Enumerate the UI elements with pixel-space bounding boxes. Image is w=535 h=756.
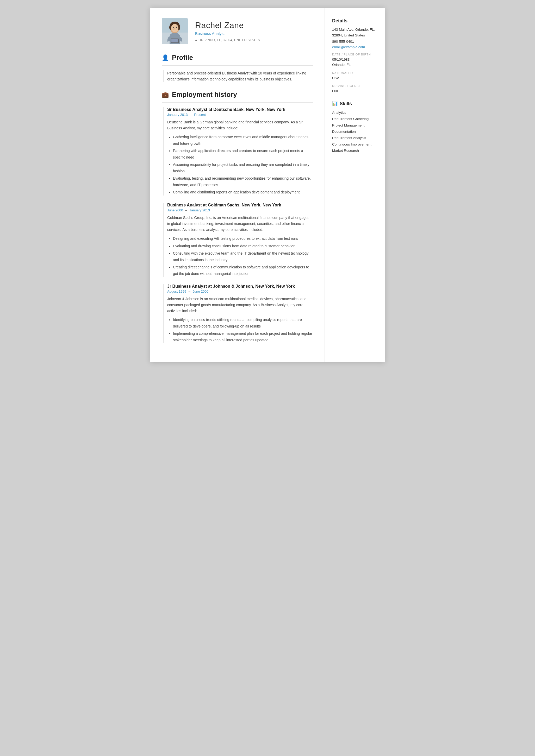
profile-icon: 👤: [162, 54, 169, 61]
job-1: Business Analyst at Goldman Sachs, New Y…: [162, 203, 313, 277]
job-title-2: Jr Business Analyst at Johnson & Johnson…: [167, 284, 313, 289]
job-bullet-0-3: Evaluating, testing, and recommending ne…: [173, 175, 313, 188]
details-title: Details: [332, 18, 379, 24]
skills-title: Skills: [340, 101, 352, 106]
job-bullet-0-2: Assuming responsibility for project task…: [173, 161, 313, 174]
nationality-value: USA: [332, 75, 379, 81]
details-section: Details 143 Main Ave, Orlando, FL, 32804…: [332, 18, 379, 94]
driving-label: DRIVING LICENSE: [332, 84, 379, 88]
job-title-1: Business Analyst at Goldman Sachs, New Y…: [167, 203, 313, 207]
job-bullets-1: Designing and executing A/B testing proc…: [173, 235, 313, 277]
skill-5: Continuous Improvement: [332, 141, 379, 148]
job-bullet-1-1: Evaluating and drawing conclusions from …: [173, 243, 313, 249]
skill-6: Market Research: [332, 148, 379, 154]
dob-label: DATE / PLACE OF BIRTH: [332, 53, 379, 56]
svg-rect-11: [171, 39, 178, 42]
job-bullets-0: Gathering intelligence from corporate ex…: [173, 134, 313, 196]
job-dates-2: August 1999 – June 2000: [167, 289, 313, 293]
driving-value: Full: [332, 89, 379, 94]
sidebar-email[interactable]: email@example.com: [332, 45, 365, 49]
employment-heading: 💼 Employment history: [162, 91, 313, 99]
skill-2: Project Management: [332, 122, 379, 129]
sidebar-address: 143 Main Ave, Orlando, FL, 32804, United…: [332, 27, 379, 38]
skills-icon: 📊: [332, 101, 338, 106]
svg-point-6: [171, 24, 179, 32]
job-bullets-2: Identifying business trends utilizing re…: [173, 316, 313, 343]
profile-divider: [162, 65, 313, 66]
location-icon: ●: [195, 38, 197, 42]
date-separator-0: –: [189, 113, 193, 117]
job-bullet-0-4: Compiling and distributing reports on ap…: [173, 189, 313, 196]
svg-point-9: [175, 28, 175, 29]
jobs-container: Sr Business Analyst at Deutsche Bank, Ne…: [162, 107, 313, 343]
skill-3: Documentation: [332, 129, 379, 135]
skills-heading: 📊 Skills: [332, 101, 379, 106]
skill-4: Requirement Analysis: [332, 135, 379, 141]
location-text: ORLANDO, FL, 32804, UNITED STATES: [198, 38, 260, 42]
skills-section: 📊 Skills AnalyticsRequirement GatheringP…: [332, 101, 379, 154]
svg-point-7: [173, 27, 174, 28]
job-date-start-0: January 2013: [167, 113, 188, 117]
header-info: Rachel Zane Business Analyst ● ORLANDO, …: [195, 20, 313, 42]
employment-section: 💼 Employment history Sr Business Analyst…: [162, 91, 313, 343]
candidate-title: Business Analyst: [195, 31, 313, 36]
main-content: Rachel Zane Business Analyst ● ORLANDO, …: [150, 8, 325, 362]
job-bullet-0-0: Gathering intelligence from corporate ex…: [173, 134, 313, 147]
sidebar-phone: 890-555-0401: [332, 40, 379, 43]
avatar: [162, 18, 188, 44]
job-dates-0: January 2013 – Present: [167, 113, 313, 117]
job-date-start-2: August 1999: [167, 289, 186, 293]
employment-divider: [162, 102, 313, 103]
job-bullet-2-1: Implementing a comprehensive management …: [173, 330, 313, 343]
job-0: Sr Business Analyst at Deutsche Bank, Ne…: [162, 107, 313, 196]
employment-icon: 💼: [162, 92, 169, 98]
job-desc-0: Deutsche Bank is a German global banking…: [167, 119, 313, 131]
profile-heading: 👤 Profile: [162, 54, 313, 62]
job-title-0: Sr Business Analyst at Deutsche Bank, Ne…: [167, 107, 313, 112]
job-date-end-1: January 2013: [189, 208, 210, 212]
job-date-end-2: June 2000: [192, 289, 209, 293]
skill-1: Requirement Gathering: [332, 116, 379, 122]
skills-container: AnalyticsRequirement GatheringProject Ma…: [332, 110, 379, 154]
employment-title: Employment history: [172, 91, 237, 99]
dob-value: 05/10/1983Orlando, FL: [332, 57, 379, 68]
svg-point-8: [176, 27, 177, 28]
job-dates-1: June 2000 – January 2013: [167, 208, 313, 212]
profile-title: Profile: [172, 54, 193, 62]
job-date-start-1: June 2000: [167, 208, 183, 212]
job-desc-1: Goldman Sachs Group, Inc. is an American…: [167, 215, 313, 233]
job-2: Jr Business Analyst at Johnson & Johnson…: [162, 284, 313, 343]
job-bullet-1-3: Creating direct channels of communicatio…: [173, 264, 313, 277]
skill-0: Analytics: [332, 110, 379, 116]
profile-section: 👤 Profile Personable and process-oriente…: [162, 54, 313, 82]
job-desc-2: Johnson & Johnson is an American multina…: [167, 296, 313, 314]
resume-header: Rachel Zane Business Analyst ● ORLANDO, …: [162, 18, 313, 44]
job-bullet-2-0: Identifying business trends utilizing re…: [173, 316, 313, 329]
job-bullet-1-0: Designing and executing A/B testing proc…: [173, 235, 313, 242]
resume-page: Rachel Zane Business Analyst ● ORLANDO, …: [150, 8, 385, 362]
date-separator-2: –: [187, 289, 191, 293]
sidebar: Details 143 Main Ave, Orlando, FL, 32804…: [325, 8, 385, 362]
nationality-label: NATIONALITY: [332, 71, 379, 74]
job-date-end-0: Present: [194, 113, 206, 117]
job-bullet-1-2: Consulting with the executive team and t…: [173, 250, 313, 263]
job-bullet-0-1: Partnering with application directors an…: [173, 148, 313, 160]
date-separator-1: –: [184, 208, 188, 212]
candidate-location: ● ORLANDO, FL, 32804, UNITED STATES: [195, 38, 313, 42]
profile-text: Personable and process-oriented Business…: [163, 70, 313, 82]
candidate-name: Rachel Zane: [195, 20, 313, 30]
